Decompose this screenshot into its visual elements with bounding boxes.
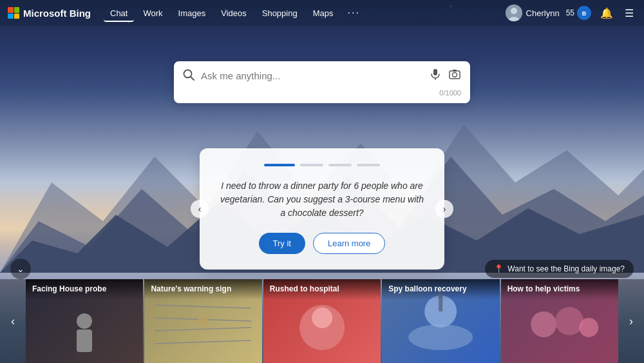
msft-logo-grid: [8, 7, 19, 19]
char-counter: 0/1000: [183, 89, 461, 97]
nav-chat[interactable]: Chat: [104, 5, 134, 22]
learn-more-button[interactable]: Learn more: [313, 233, 385, 254]
news-card-3[interactable]: Rushed to hospital: [263, 279, 381, 363]
bottom-bar: ⌄ 📍 Want to see the Bing daily image?: [0, 259, 644, 279]
news-card-2-overlay: Nature's warning sign: [144, 279, 261, 300]
location-icon: 📍: [494, 264, 504, 273]
news-card-3-overlay: Rushed to hospital: [263, 279, 381, 300]
user-menu[interactable]: Cherlynn: [506, 5, 560, 21]
svg-point-13: [453, 73, 457, 77]
news-strip: ‹ Facing House probe: [0, 279, 644, 363]
news-card-5[interactable]: How to help victims: [501, 279, 618, 363]
username: Cherlynn: [526, 8, 560, 18]
logo-green: [14, 7, 20, 13]
svg-rect-14: [453, 70, 457, 72]
search-box: 0/1000: [174, 61, 470, 103]
dot-4[interactable]: [357, 164, 380, 166]
svg-point-24: [408, 324, 473, 350]
svg-line-9: [191, 77, 194, 80]
svg-text:B: B: [582, 10, 587, 17]
logo[interactable]: Microsoft Bing: [8, 7, 91, 19]
svg-point-27: [531, 311, 556, 337]
nav-work[interactable]: Work: [137, 5, 169, 22]
nav-more[interactable]: ···: [342, 5, 365, 21]
suggestion-text: I need to throw a dinner party for 6 peo…: [220, 179, 424, 220]
news-card-1-title: Facing House probe: [32, 284, 137, 295]
news-card-1-overlay: Facing House probe: [26, 279, 143, 300]
search-icon: [183, 69, 194, 83]
progress-dots: [220, 164, 424, 166]
nav-videos[interactable]: Videos: [214, 5, 253, 22]
avatar: [506, 5, 522, 21]
svg-point-28: [555, 307, 583, 335]
svg-line-17: [155, 305, 252, 308]
try-it-button[interactable]: Try it: [259, 233, 305, 254]
prev-suggestion-button[interactable]: ‹: [191, 200, 209, 218]
svg-point-15: [77, 313, 92, 329]
news-card-5-title: How to help victims: [507, 284, 612, 295]
svg-point-21: [198, 316, 209, 326]
points-badge[interactable]: 55 B: [566, 6, 591, 20]
svg-rect-10: [433, 69, 437, 75]
suggestion-card: ‹ I need to throw a dinner party for 6 p…: [200, 148, 444, 270]
bing-logo-text: Microsoft Bing: [23, 8, 91, 19]
svg-rect-16: [77, 329, 92, 352]
news-prev-button[interactable]: ‹: [0, 279, 26, 363]
logo-blue: [8, 14, 14, 19]
news-card-4[interactable]: Spy balloon recovery: [382, 279, 499, 363]
news-card-2[interactable]: Nature's warning sign: [144, 279, 261, 363]
svg-line-19: [155, 328, 252, 331]
search-input-row: [183, 68, 461, 84]
logo-yellow: [14, 14, 20, 19]
news-card-4-overlay: Spy balloon recovery: [382, 279, 499, 300]
news-card-1[interactable]: Facing House probe: [26, 279, 143, 363]
news-card-3-title: Rushed to hospital: [270, 284, 374, 295]
menu-icon[interactable]: ☰: [622, 5, 636, 22]
logo-red: [8, 7, 14, 13]
reward-icon: B: [577, 6, 591, 20]
nav-shopping[interactable]: Shopping: [256, 5, 304, 22]
microphone-icon[interactable]: [429, 68, 442, 84]
nav-links: Chat Work Images Videos Shopping Maps ··…: [104, 5, 506, 22]
news-card-5-overlay: How to help victims: [501, 279, 618, 300]
notifications-icon[interactable]: 🔔: [598, 5, 616, 22]
dot-2[interactable]: [300, 164, 323, 166]
nav-maps[interactable]: Maps: [307, 5, 340, 22]
news-next-button[interactable]: ›: [618, 279, 644, 363]
news-card-4-title: Spy balloon recovery: [388, 284, 493, 295]
svg-line-20: [155, 340, 252, 344]
svg-point-23: [312, 308, 332, 328]
search-area: 0/1000: [174, 61, 470, 103]
nav-images[interactable]: Images: [172, 5, 213, 22]
points-value: 55: [566, 8, 574, 17]
svg-point-4: [511, 8, 517, 14]
svg-point-29: [579, 318, 598, 337]
next-suggestion-button[interactable]: ›: [435, 200, 453, 218]
bing-daily-image-button[interactable]: 📍 Want to see the Bing daily image?: [485, 260, 634, 278]
dot-3[interactable]: [328, 164, 352, 166]
nav-right: Cherlynn 55 B 🔔 ☰: [506, 5, 636, 22]
search-input[interactable]: [201, 70, 422, 81]
camera-icon[interactable]: [448, 68, 461, 84]
news-card-2-title: Nature's warning sign: [151, 284, 255, 295]
bing-daily-label: Want to see the Bing daily image?: [507, 264, 625, 273]
news-cards: Facing House probe Nature's warning sign: [26, 279, 618, 363]
suggestion-buttons: Try it Learn more: [220, 233, 424, 254]
navbar: Microsoft Bing Chat Work Images Videos S…: [0, 0, 644, 26]
dot-1[interactable]: [264, 164, 295, 166]
collapse-button[interactable]: ⌄: [10, 259, 31, 279]
